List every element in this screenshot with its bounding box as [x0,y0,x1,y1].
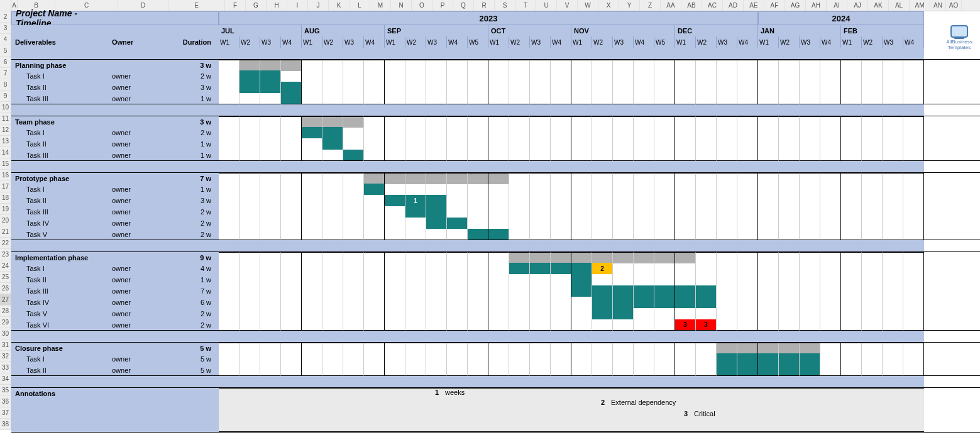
gantt-cell[interactable] [883,127,903,138]
gantt-cell[interactable] [219,173,239,184]
gantt-cell[interactable] [737,319,758,331]
gantt-cell[interactable] [841,319,862,331]
gantt-cell[interactable] [302,70,322,82]
gantt-cell[interactable] [758,206,779,218]
gantt-cell[interactable] [696,252,717,263]
gantt-cell[interactable] [239,218,260,229]
gantt-cell[interactable] [219,319,239,331]
gantt-cell[interactable] [302,138,322,150]
gantt-cell[interactable] [239,297,260,308]
gantt-cell[interactable] [364,70,385,82]
gantt-cell[interactable] [883,206,903,218]
gantt-cell[interactable] [468,138,488,150]
gantt-cell[interactable] [219,308,239,319]
gantt-cell[interactable] [758,195,779,206]
row-number[interactable]: 15 [0,158,11,170]
gantt-cell[interactable] [696,82,717,93]
gantt-cell[interactable] [530,82,551,93]
gantt-cell[interactable] [675,297,696,308]
duration-cell[interactable]: 7 w [162,285,219,297]
gantt-cell[interactable] [613,229,634,240]
gantt-cell[interactable] [862,343,883,354]
gantt-cell[interactable] [571,285,592,297]
gantt-cell[interactable] [903,116,924,128]
gantt-cell[interactable] [405,70,426,82]
gantt-cell[interactable] [260,252,281,263]
owner-cell[interactable]: owner [112,127,162,138]
gantt-cell[interactable] [634,184,654,195]
gantt-cell[interactable] [758,82,779,93]
gantt-cell[interactable] [260,353,281,365]
gantt-cell[interactable] [820,353,841,365]
gantt-cell[interactable] [509,308,530,319]
gantt-cell[interactable] [634,343,654,354]
gantt-cell[interactable] [903,70,924,82]
gantt-cell[interactable] [281,70,302,82]
deliverable-cell[interactable]: Task II [11,138,112,150]
gantt-cell[interactable] [841,263,862,274]
gantt-cell[interactable] [364,319,385,331]
gantt-cell[interactable] [551,343,571,354]
gantt-cell[interactable] [551,285,571,297]
gantt-cell[interactable] [613,70,634,82]
gantt-cell[interactable] [260,319,281,331]
gantt-cell[interactable] [779,218,800,229]
gantt-cell[interactable] [385,173,405,184]
gantt-cell[interactable] [779,319,800,331]
gantt-cell[interactable] [779,195,800,206]
gantt-cell[interactable] [364,365,385,376]
gantt-cell[interactable] [530,116,551,128]
gantt-cell[interactable] [883,60,903,71]
gantt-cell[interactable] [385,184,405,195]
gantt-cell[interactable] [488,343,509,354]
gantt-cell[interactable] [551,218,571,229]
row-number[interactable]: 21 [0,226,11,238]
gantt-cell[interactable] [571,365,592,376]
gantt-cell[interactable] [675,252,696,263]
gantt-cell[interactable] [405,229,426,240]
gantt-cell[interactable] [696,263,717,274]
gantt-cell[interactable] [675,60,696,71]
gantt-cell[interactable] [841,365,862,376]
gantt-cell[interactable] [800,297,820,308]
row-number[interactable]: 33 [0,362,11,373]
gantt-cell[interactable] [862,274,883,285]
gantt-cell[interactable] [675,218,696,229]
gantt-cell[interactable] [571,173,592,184]
duration-cell[interactable]: 1 w [162,150,219,160]
gantt-cell[interactable] [260,116,281,128]
gantt-cell[interactable] [717,319,737,331]
gantt-cell[interactable] [903,60,924,71]
duration-cell[interactable]: 1 w [162,93,219,104]
deliverable-cell[interactable]: Task I [11,353,112,365]
gantt-cell[interactable] [841,138,862,150]
gantt-cell[interactable] [862,353,883,365]
row-number[interactable]: 35 [0,385,11,396]
gantt-cell[interactable] [509,184,530,195]
gantt-cell[interactable] [364,150,385,161]
duration-cell[interactable]: 9 w [162,252,219,263]
gantt-cell[interactable] [779,150,800,161]
gantt-cell[interactable] [883,274,903,285]
gantt-cell[interactable] [779,365,800,376]
gantt-cell[interactable] [260,218,281,229]
owner-cell[interactable]: owner [112,150,162,160]
gantt-cell[interactable] [903,138,924,150]
gantt-cell[interactable] [322,308,343,319]
gantt-cell[interactable] [239,195,260,206]
gantt-cell[interactable] [551,353,571,365]
gantt-cell[interactable] [717,150,737,161]
gantt-cell[interactable] [634,70,654,82]
gantt-cell[interactable] [592,195,613,206]
deliverable-cell[interactable]: Task I [11,184,112,195]
gantt-cell[interactable] [509,285,530,297]
gantt-cell[interactable] [883,308,903,319]
gantt-cell[interactable] [654,173,675,184]
gantt-cell[interactable] [219,218,239,229]
gantt-cell[interactable] [322,218,343,229]
row-number[interactable]: 20 [0,215,11,226]
gantt-cell[interactable] [551,127,571,138]
gantt-cell[interactable] [613,82,634,93]
duration-cell[interactable]: 1 w [162,274,219,285]
gantt-cell[interactable] [322,116,343,128]
